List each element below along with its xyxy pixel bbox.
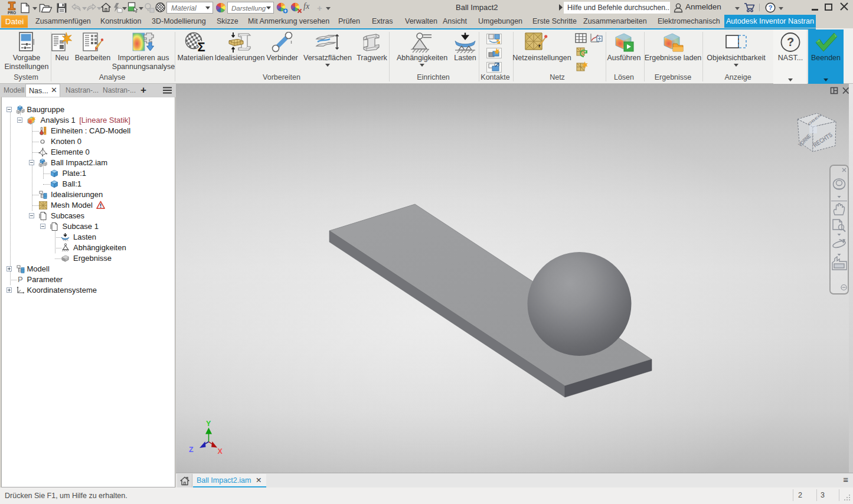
svg-text:X: X: [218, 447, 223, 456]
svg-text:?: ?: [787, 35, 794, 48]
svg-text:Z: Z: [189, 446, 194, 454]
svg-text:Σ: Σ: [197, 40, 205, 53]
svg-text:?: ?: [769, 4, 773, 11]
svg-text:Y: Y: [206, 420, 211, 428]
svg-text:PRO: PRO: [8, 11, 16, 15]
